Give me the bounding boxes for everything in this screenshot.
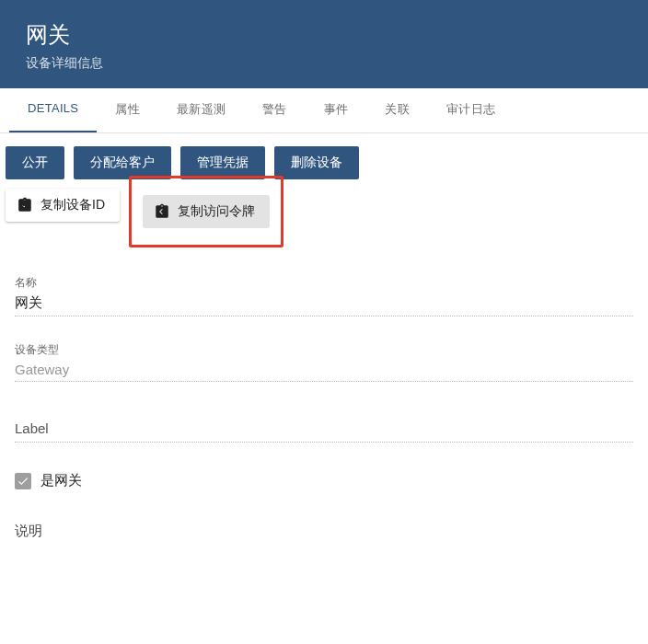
type-label: 设备类型 — [15, 342, 633, 358]
copy-device-id-button[interactable]: 复制设备ID — [6, 189, 120, 222]
page-header: 网关 设备详细信息 — [0, 0, 648, 88]
page-subtitle: 设备详细信息 — [26, 55, 622, 72]
is-gateway-label: 是网关 — [40, 472, 82, 489]
tab-attributes[interactable]: 属性 — [97, 88, 158, 132]
page-title: 网关 — [26, 20, 622, 50]
copy-access-token-label: 复制访问令牌 — [178, 203, 255, 220]
tab-details[interactable]: DETAILS — [9, 88, 97, 132]
clipboard-icon — [17, 197, 33, 213]
primary-actions: 公开 分配给客户 管理凭据 删除设备 — [0, 133, 648, 189]
publish-button[interactable]: 公开 — [6, 146, 64, 179]
tabs-bar: DETAILS 属性 最新遥测 警告 事件 关联 审计日志 — [0, 88, 648, 133]
checkbox-checked-icon — [15, 473, 31, 489]
is-gateway-field[interactable]: 是网关 — [15, 468, 633, 489]
manage-credentials-button[interactable]: 管理凭据 — [180, 146, 265, 179]
name-field: 名称 网关 — [15, 275, 633, 316]
type-value[interactable]: Gateway — [15, 362, 633, 382]
tab-relations[interactable]: 关联 — [366, 88, 428, 132]
name-value[interactable]: 网关 — [15, 294, 633, 316]
delete-device-button[interactable]: 删除设备 — [274, 146, 359, 179]
tab-alarms[interactable]: 警告 — [244, 88, 306, 132]
highlight-annotation: 复制访问令牌 — [129, 176, 284, 247]
clipboard-icon — [154, 203, 170, 220]
name-label: 名称 — [15, 275, 633, 291]
copy-device-id-label: 复制设备ID — [40, 197, 105, 213]
tab-events[interactable]: 事件 — [306, 88, 367, 132]
type-field: 设备类型 Gateway — [15, 342, 633, 382]
description-label: 说明 — [15, 523, 633, 540]
copy-access-token-button[interactable]: 复制访问令牌 — [143, 195, 270, 228]
tab-telemetry[interactable]: 最新遥测 — [158, 88, 244, 132]
secondary-actions: 复制设备ID 复制访问令牌 — [0, 189, 648, 260]
label-placeholder: Label — [15, 420, 49, 436]
assign-customer-button[interactable]: 分配给客户 — [74, 146, 171, 179]
details-form: 名称 网关 设备类型 Gateway Label 是网关 说明 — [0, 260, 648, 555]
label-value[interactable]: Label — [15, 408, 633, 443]
tab-audit[interactable]: 审计日志 — [428, 88, 514, 132]
label-field: Label — [15, 408, 633, 443]
